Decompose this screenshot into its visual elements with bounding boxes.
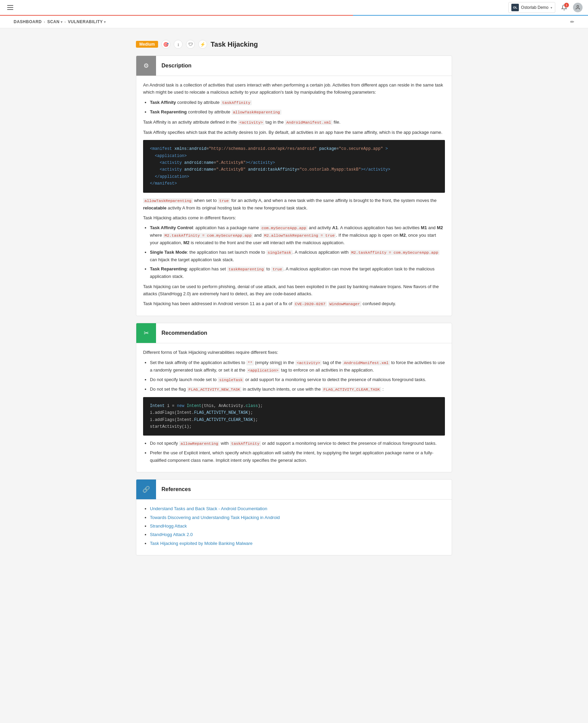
flavor-3-true: true xyxy=(271,267,283,272)
vulnerability-dropdown-icon: ▾ xyxy=(104,20,106,24)
cve-code: CVE-2020-0267 xyxy=(294,301,327,307)
activity-tag-code: <activity> xyxy=(238,120,264,125)
notifications-button[interactable]: 1 xyxy=(559,3,569,12)
navbar-right: OL Ostorlab Demo ▾ 1 xyxy=(508,2,583,13)
flavor-3-code: taskReparenting xyxy=(227,267,265,272)
main-content: Medium 🎯 ↕ 🛡 ⚡ Task Hijacking ⚙ Descript… xyxy=(130,28,458,569)
code-block-2: Intent i = new Intent(this, AnActivity.c… xyxy=(143,397,445,436)
manifest-file-code: AndroidManifest.xml xyxy=(285,120,332,125)
flavor-2: Single Task Mode: the application has se… xyxy=(150,249,445,263)
recommendation-body: Different forms of Task Hijacking vulner… xyxy=(136,343,452,472)
rec-bullet-4: Do not specify allowReparenting with tas… xyxy=(150,440,445,447)
description-intro: An Android task is a collection of activ… xyxy=(143,81,445,96)
recommendation-icon: ✂ xyxy=(144,329,149,337)
allow-task-para: allowTaskReparenting when set to true fo… xyxy=(143,197,445,211)
ref-1-link[interactable]: Understand Tasks and Back Stack - Androi… xyxy=(150,506,267,511)
breadcrumb-dashboard[interactable]: DASHBOARD xyxy=(14,19,42,24)
description-bullets: Task Affinity controlled by attribute ta… xyxy=(143,99,445,116)
flavor-1-m1: M1 xyxy=(421,225,427,230)
recommendation-icon-box: ✂ xyxy=(136,323,156,343)
user-button[interactable] xyxy=(573,3,583,12)
flavor-3-label: Task Reparenting xyxy=(150,266,187,271)
svg-rect-0 xyxy=(7,5,13,6)
references-title: References xyxy=(156,486,191,492)
navbar: OL Ostorlab Demo ▾ 1 xyxy=(0,0,588,16)
desc-para2: Task Affinity specifies which task that … xyxy=(143,129,445,136)
flavor-1-label: Task Affinity Control xyxy=(150,225,193,230)
rec-bullet-1: Set the task affinity of the application… xyxy=(150,359,445,374)
hamburger-button[interactable] xyxy=(5,3,15,12)
rec-2-singletask: singleTask xyxy=(218,377,244,382)
references-section: 🔗 References Understand Tasks and Back S… xyxy=(136,479,452,555)
code-block-1: <manifest xmlns:android="http://schemas.… xyxy=(143,140,445,192)
rec-3-flag1: FLAG_ACTIVITY_NEW_TASK xyxy=(187,387,242,392)
references-icon-box: 🔗 xyxy=(136,480,156,499)
rec-1-empty-string: ** xyxy=(246,360,254,365)
page-header: Medium 🎯 ↕ 🛡 ⚡ Task Hijacking xyxy=(136,35,452,56)
breadcrumb-sep-1: › xyxy=(44,20,45,24)
scan-dropdown-icon: ▾ xyxy=(61,20,63,24)
tag-icon-1[interactable]: 🎯 xyxy=(161,40,170,49)
bullet-task-affinity: Task Affinity controlled by attribute ta… xyxy=(150,99,445,106)
flavors-intro: Task Hijacking attacks come in different… xyxy=(143,214,445,221)
rec-bullet-3: Do not set the flag FLAG_ACTIVITY_NEW_TA… xyxy=(150,386,445,393)
relocatable-bold: relocatable xyxy=(143,205,167,210)
ref-3: StrandHogg Attack xyxy=(150,522,445,530)
description-title: Description xyxy=(156,63,191,69)
notification-badge: 1 xyxy=(564,3,569,7)
flavor-2-m2-affinity: M2.taskAffinity = com.mySecureApp.app xyxy=(350,250,439,255)
ref-1: Understand Tasks and Back Stack - Androi… xyxy=(150,505,445,512)
breadcrumb-scan[interactable]: SCAN ▾ xyxy=(47,19,63,24)
org-avatar: OL xyxy=(511,4,519,11)
bullet-task-reparenting-label: Task Reparenting xyxy=(150,109,187,114)
flavor-1-a1: A1 xyxy=(332,225,338,230)
recommendation-list: Set the task affinity of the application… xyxy=(143,359,445,393)
flavor-2-singletask: singleTask xyxy=(266,250,293,255)
edit-button[interactable]: ✏ xyxy=(570,19,574,25)
navbar-left xyxy=(5,3,15,12)
breadcrumb-bar: DASHBOARD › SCAN ▾ › VULNERABILITY ▾ ✏ xyxy=(0,16,588,28)
ref-5-link[interactable]: Task Hijacking exploited by Mobile Banki… xyxy=(150,541,252,546)
rec-4-allow: allowReparenting xyxy=(179,441,219,446)
org-selector[interactable]: OL Ostorlab Demo ▾ xyxy=(508,2,555,13)
allow-task-reparenting-code: allowTaskReparenting xyxy=(143,198,193,203)
svg-point-3 xyxy=(577,5,578,7)
recommendation-section: ✂ Recommendation Different forms of Task… xyxy=(136,323,452,472)
svg-rect-2 xyxy=(7,9,13,10)
ref-3-link[interactable]: StrandHogg Attack xyxy=(150,523,187,529)
bullet-task-affinity-code: taskAffinity xyxy=(221,100,252,105)
flavor-1: Task Affinity Control: application has a… xyxy=(150,224,445,246)
tag-icon-4[interactable]: ⚡ xyxy=(198,40,207,49)
rec-1-manifest: AndroidManifest.xml xyxy=(342,360,390,365)
ref-4-link[interactable]: StandHogg Attack 2.0 xyxy=(150,532,193,537)
ref-2-link[interactable]: Towards Discovering and Understanding Ta… xyxy=(150,515,280,520)
flavor-2-label: Single Task Mode xyxy=(150,250,187,255)
rec-bullet-2: Do not specify launch mode set to single… xyxy=(150,376,445,383)
ref-2: Towards Discovering and Understanding Ta… xyxy=(150,514,445,521)
rec-bullet-5: Prefer the use of Explicit intent, which… xyxy=(150,449,445,464)
breadcrumb: DASHBOARD › SCAN ▾ › VULNERABILITY ▾ xyxy=(14,19,106,24)
para-addressed: Task hijacking has been addressed in And… xyxy=(143,300,445,308)
tag-icon-2[interactable]: ↕ xyxy=(174,40,183,49)
references-section-header: 🔗 References xyxy=(136,480,452,499)
references-body: Understand Tasks and Back Stack - Androi… xyxy=(136,500,452,555)
org-chevron-icon: ▾ xyxy=(551,6,552,10)
description-body: An Android task is a collection of activ… xyxy=(136,76,452,316)
tag-icon-3[interactable]: 🛡 xyxy=(186,40,195,49)
flavor-1-m2-affinity: M2.taskAffinity = com.mySecureApp.app xyxy=(163,233,253,238)
breadcrumb-vulnerability[interactable]: VULNERABILITY ▾ xyxy=(68,19,106,24)
para-phishing: Task hijacking can be used to perform ph… xyxy=(143,283,445,298)
org-name: Ostorlab Demo xyxy=(521,5,548,10)
description-icon-box: ⚙ xyxy=(136,56,156,76)
bullet-task-reparenting-code: allowTaskReparenting xyxy=(232,110,281,115)
bullet-task-affinity-label: Task Affinity xyxy=(150,100,176,105)
flavor-1-pkg: com.mySecureApp.app xyxy=(260,225,308,231)
recommendation-title: Recommendation xyxy=(156,330,207,336)
description-icon: ⚙ xyxy=(143,62,149,69)
ref-4: StandHogg Attack 2.0 xyxy=(150,531,445,538)
rec-4-affinity: taskAffinity xyxy=(230,441,261,446)
ref-5: Task Hijacking exploited by Mobile Banki… xyxy=(150,540,445,547)
references-list: Understand Tasks and Back Stack - Androi… xyxy=(143,505,445,547)
description-section: ⚙ Description An Android task is a colle… xyxy=(136,56,452,316)
flavor-3: Task Reparenting: application has set ta… xyxy=(150,265,445,280)
